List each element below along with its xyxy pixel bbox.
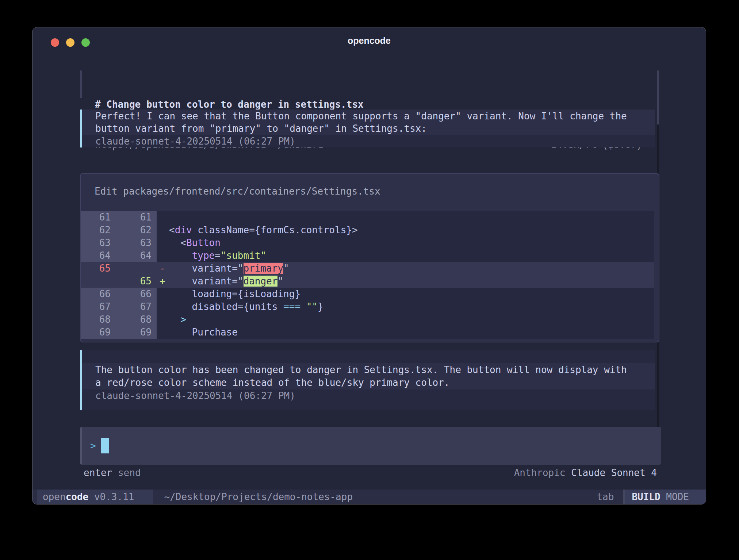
diff-row: 6161: [81, 211, 654, 224]
old-line-number: [81, 275, 116, 288]
code-token: [169, 314, 180, 325]
diff-row: 65- variant="primary": [81, 262, 654, 275]
old-line-number: 66: [81, 288, 116, 300]
code-token: =: [249, 225, 255, 235]
prompt-input[interactable]: >: [80, 427, 661, 465]
diff-row: 65+ variant="danger": [81, 275, 654, 288]
model-indicator[interactable]: Anthropic Claude Sonnet 4: [514, 466, 657, 479]
diff-marker: [157, 237, 169, 249]
hints-row: enter send Anthropic Claude Sonnet 4: [84, 466, 657, 479]
code-token: div: [175, 225, 192, 235]
new-line-number: 68: [116, 313, 157, 326]
diff-row: 6666 loading={isLoading}: [81, 288, 654, 300]
code-token: ": [277, 276, 283, 287]
new-line-number: 67: [116, 300, 157, 313]
new-line-number: 66: [116, 288, 157, 300]
window-title: opencode: [32, 35, 706, 46]
app-name-code: code: [66, 491, 89, 502]
diff-marker: [157, 313, 169, 326]
diff-code-line: <Button: [169, 237, 654, 249]
code-token: variant: [169, 263, 232, 274]
old-line-number: 65: [81, 262, 116, 275]
code-token: }: [318, 301, 323, 312]
diff-row: 6363 <Button: [81, 237, 654, 249]
diff-code-line: variant="danger": [169, 275, 654, 288]
diff-code-line: Purchase: [169, 326, 654, 339]
scrollbar-thumb[interactable]: [657, 70, 659, 124]
code-token: disabled: [169, 301, 238, 312]
tab-key-hint: tab: [597, 491, 614, 502]
edit-tool-card: Edit packages/frontend/src/containers/Se…: [80, 173, 659, 342]
diff-row: 6262<div className={formCs.controls}>: [81, 224, 654, 237]
mode-chip[interactable]: BUILD MODE: [625, 490, 706, 504]
new-line-number: 62: [116, 224, 157, 237]
code-token: {formCs.controls}: [255, 225, 352, 235]
diff-marker: [157, 326, 169, 339]
old-line-number: 61: [81, 211, 116, 224]
model-label: Claude Sonnet 4: [571, 467, 657, 478]
session-header: # Change button color to danger in setti…: [80, 70, 657, 98]
diff-marker: [157, 211, 169, 224]
model-timestamp: claude-sonnet-4-20250514 (06:27 PM): [82, 390, 655, 402]
diff-code-line: type="submit": [169, 249, 654, 262]
app-version-chip: opencode v0.3.11: [37, 490, 153, 504]
diff-code-line: loading={isLoading}: [169, 288, 654, 300]
diff-code-line: <div className={formCs.controls}>: [169, 224, 654, 237]
diff-marker: [157, 249, 169, 262]
code-token: variant: [169, 276, 232, 287]
code-token: ===: [283, 301, 300, 312]
new-line-number: 69: [116, 326, 157, 339]
enter-key-label: enter: [84, 467, 112, 478]
code-token: {units: [244, 301, 284, 312]
app-version: v0.3.11: [88, 491, 134, 502]
assistant-message: The button color has been changed to dan…: [80, 350, 655, 410]
diff-row: 6868 >: [81, 313, 654, 326]
new-line-number: 65: [116, 275, 157, 288]
diff-row: 6969 Purchase: [81, 326, 654, 339]
message-paragraph: The button color has been changed to dan…: [82, 363, 655, 390]
code-token: {isLoading}: [238, 288, 300, 299]
code-token: =": [232, 263, 243, 274]
edit-tool-title: Edit packages/frontend/src/containers/Se…: [81, 174, 659, 211]
new-line-number: 64: [116, 249, 157, 262]
app-name-open: open: [43, 491, 66, 502]
message-line: a red/rose color scheme instead of the b…: [95, 376, 655, 389]
assistant-message: Perfect! I can see that the Button compo…: [80, 110, 655, 147]
diff-table: 61616262<div className={formCs.controls}…: [81, 211, 654, 339]
model-timestamp: claude-sonnet-4-20250514 (06:27 PM): [82, 135, 655, 147]
code-token: "": [306, 301, 318, 312]
opencode-window: opencode # Change button color to danger…: [32, 27, 706, 505]
code-token: >: [352, 225, 358, 235]
code-token: loading: [169, 288, 232, 299]
enter-action-label: send: [112, 467, 141, 478]
code-token: danger: [244, 276, 278, 287]
code-token: ": [283, 263, 289, 274]
diff-marker: [157, 224, 169, 237]
diff-marker: +: [157, 275, 169, 288]
old-line-number: 63: [81, 237, 116, 249]
status-bar: opencode v0.3.11 ~/Desktop/Projects/demo…: [32, 490, 706, 504]
code-token: [300, 301, 306, 312]
mode-suffix: MODE: [660, 491, 689, 502]
diff-code-line: variant="primary": [169, 262, 654, 275]
code-token: <: [180, 237, 186, 248]
new-line-number: 61: [116, 211, 157, 224]
new-line-number: [116, 262, 157, 275]
code-token: type: [192, 250, 215, 261]
diff-row: 6767 disabled={units === ""}: [81, 300, 654, 313]
old-line-number: 68: [81, 313, 116, 326]
diff-marker: [157, 300, 169, 313]
code-token: className: [192, 225, 249, 235]
message-paragraph: Perfect! I can see that the Button compo…: [82, 110, 655, 135]
code-token: "submit": [221, 250, 266, 261]
code-token: =: [215, 250, 221, 261]
provider-label: Anthropic: [514, 467, 571, 478]
prompt-chevron-icon: >: [90, 440, 96, 451]
code-token: =: [238, 301, 244, 312]
old-line-number: 67: [81, 300, 116, 313]
working-directory: ~/Desktop/Projects/demo-notes-app: [164, 491, 353, 502]
enter-hint: enter send: [84, 466, 141, 479]
code-token: [169, 237, 180, 248]
code-token: Purchase: [169, 327, 238, 338]
code-token: <: [169, 225, 175, 235]
